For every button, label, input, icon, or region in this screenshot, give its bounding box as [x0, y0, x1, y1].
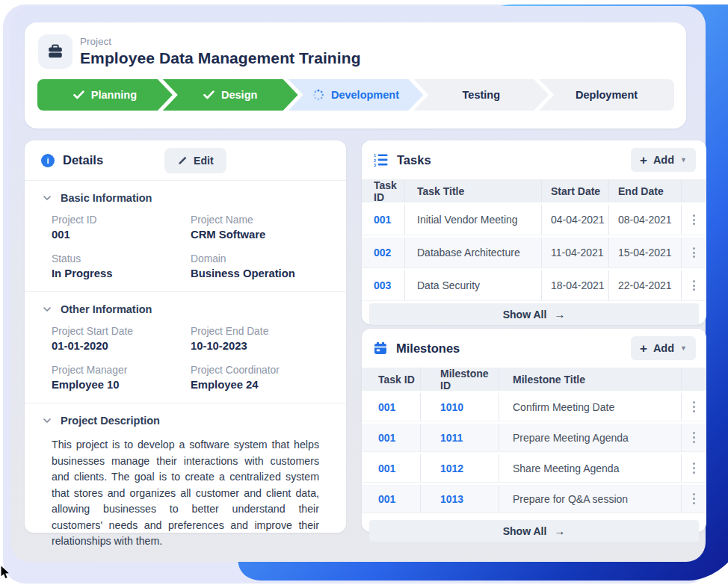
task-id-link[interactable]: 001 [378, 462, 395, 474]
milestones-show-all-button[interactable]: Show All → [369, 520, 699, 542]
end-date-cell: 15-04-2021 [609, 238, 682, 267]
column-header: Task ID [362, 179, 405, 202]
kebab-menu-icon[interactable] [690, 277, 698, 294]
field-project-start-date: Project Start Date 01-01-2020 [52, 326, 191, 352]
field-label: Project ID [52, 214, 191, 226]
field-value: 10-10-2023 [191, 340, 330, 352]
stage-label: Testing [463, 89, 500, 101]
end-date-cell: 22-04-2021 [609, 270, 682, 300]
task-id-link[interactable]: 003 [374, 279, 391, 291]
field-label: Project Coordinator [191, 365, 330, 376]
kebab-menu-icon[interactable] [690, 459, 698, 476]
stage-planning[interactable]: Planning [37, 79, 173, 111]
chevron-down-icon: ▼ [680, 344, 687, 352]
kebab-menu-icon[interactable] [690, 429, 698, 445]
field-value: 01-01-2020 [52, 340, 191, 352]
field-value: CRM Software [191, 229, 330, 241]
milestone-id-link[interactable]: 1011 [440, 432, 463, 444]
show-all-label: Show All [503, 309, 547, 321]
task-id-link[interactable]: 001 [378, 432, 395, 444]
chevron-down-icon [43, 196, 51, 200]
field-label: Project End Date [191, 326, 330, 337]
check-icon [73, 90, 84, 99]
svg-text:2: 2 [374, 158, 376, 163]
plus-icon: + [640, 154, 647, 167]
kebab-menu-icon[interactable] [690, 244, 698, 261]
tasks-table-header: Task ID Task Title Start Date End Date [362, 179, 706, 202]
field-label: Status [52, 253, 191, 264]
field-value: 001 [52, 229, 191, 241]
start-date-cell: 04-04-2021 [542, 205, 609, 235]
milestone-title-cell: Prepare for Q&A session [499, 485, 682, 513]
task-id-link[interactable]: 001 [378, 401, 395, 413]
milestone-title-cell: Share Meeting Agenda [499, 454, 682, 482]
mouse-cursor [1, 566, 10, 580]
task-id-link[interactable]: 001 [378, 493, 395, 505]
field-project-end-date: Project End Date 10-10-2023 [191, 326, 330, 352]
field-label: Project Manager [52, 365, 191, 376]
info-icon: i [41, 154, 55, 167]
field-project-manager: Project Manager Employee 10 [52, 365, 191, 391]
field-value: Employee 24 [191, 379, 330, 391]
stage-development[interactable]: Development [289, 79, 424, 111]
details-title: Details [63, 153, 103, 167]
edit-label: Edit [194, 155, 213, 167]
milestone-id-link[interactable]: 1012 [440, 462, 463, 474]
column-header: Task Title [405, 179, 542, 202]
section-toggle-project-description[interactable]: Project Description [41, 415, 330, 427]
section-project-description: Project Description This project is to d… [25, 403, 346, 563]
numbered-list-icon: 1 2 3 [374, 153, 388, 167]
chevron-down-icon: ▼ [680, 156, 687, 164]
project-eyebrow: Project [80, 36, 361, 47]
kebab-menu-icon[interactable] [690, 490, 698, 507]
column-header-actions [682, 368, 706, 391]
milestones-add-button[interactable]: + Add ▼ [631, 336, 696, 360]
stage-label: Design [221, 89, 257, 101]
kebab-menu-icon[interactable] [690, 211, 698, 228]
details-panel: i Details Edit Basic Information Project… [25, 140, 346, 533]
kebab-menu-icon[interactable] [690, 398, 698, 415]
stage-deployment[interactable]: Deployment [539, 79, 674, 111]
field-value: In Progress [52, 267, 191, 279]
tasks-show-all-button[interactable]: Show All → [369, 303, 699, 325]
tasks-title: Tasks [397, 153, 431, 167]
project-description-text: This project is to develop a software sy… [41, 436, 330, 563]
field-label: Domain [191, 253, 330, 264]
page-title: Employee Data Management Training [80, 49, 361, 67]
section-basic-information: Basic Information Project ID 001 Project… [25, 192, 346, 291]
table-row: 001 1011 Prepare Meeting Agenda [362, 424, 706, 452]
add-label: Add [653, 154, 674, 166]
edit-button[interactable]: Edit [164, 148, 226, 173]
task-id-link[interactable]: 001 [374, 214, 391, 226]
milestone-id-link[interactable]: 1010 [440, 401, 463, 413]
stage-testing[interactable]: Testing [413, 79, 549, 111]
section-toggle-basic-information[interactable]: Basic Information [41, 192, 330, 204]
table-row: 003 Data Security 18-04-2021 22-04-2021 [362, 270, 706, 301]
start-date-cell: 18-04-2021 [542, 270, 609, 300]
milestones-panel: Milestones + Add ▼ Task ID Milestone ID … [362, 329, 706, 532]
chevron-down-icon [43, 307, 51, 312]
milestone-id-link[interactable]: 1013 [440, 493, 463, 505]
pencil-icon [177, 155, 188, 166]
briefcase-icon [38, 34, 73, 69]
field-value: Business Operation [191, 267, 330, 279]
milestone-title-cell: Confirm Meeting Date [499, 393, 682, 421]
field-label: Project Start Date [52, 326, 191, 337]
column-header: End Date [609, 179, 682, 202]
section-toggle-other-information[interactable]: Other Information [41, 303, 330, 315]
chevron-down-icon [43, 418, 51, 423]
arrow-right-icon: → [554, 524, 565, 537]
tasks-add-button[interactable]: + Add ▼ [631, 148, 696, 172]
arrow-right-icon: → [554, 308, 565, 321]
stage-label: Development [331, 89, 399, 101]
table-row: 001 1013 Prepare for Q&A session [362, 485, 706, 513]
start-date-cell: 11-04-2021 [542, 238, 609, 267]
stage-design[interactable]: Design [163, 79, 298, 111]
end-date-cell: 08-04-2021 [609, 205, 682, 235]
column-header-actions [682, 179, 706, 202]
milestones-table-header: Task ID Milestone ID Milestone Title [362, 368, 706, 391]
task-id-link[interactable]: 002 [374, 247, 391, 259]
stage-label: Deployment [576, 89, 638, 101]
section-title: Other Information [61, 303, 152, 315]
calendar-icon [374, 341, 387, 355]
